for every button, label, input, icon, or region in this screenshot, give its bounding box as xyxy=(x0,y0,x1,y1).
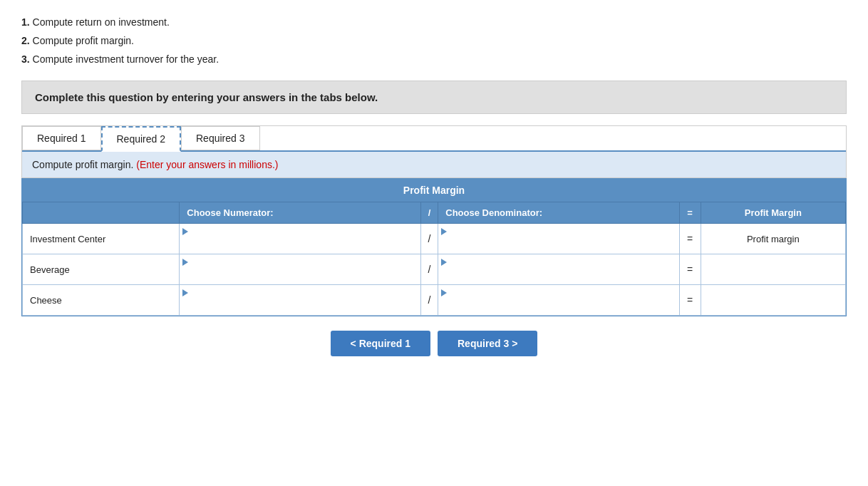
slash-2: / xyxy=(420,254,438,285)
col-header-result: Profit Margin xyxy=(701,202,845,224)
numerator-cell-cheese[interactable] xyxy=(180,285,420,316)
instruction-1: 1. Compute return on investment. xyxy=(21,14,847,31)
denominator-input-beverage[interactable] xyxy=(441,267,676,283)
instruction-2: 2. Compute profit margin. xyxy=(21,33,847,50)
triangle-icon-6 xyxy=(441,289,447,296)
complete-banner: Complete this question by entering your … xyxy=(21,81,847,114)
col-header-numerator: Choose Numerator: xyxy=(180,202,420,224)
prev-button[interactable]: < Required 1 xyxy=(331,331,430,356)
denominator-cell-beverage[interactable] xyxy=(438,254,679,285)
col-header-denominator: Choose Denominator: xyxy=(438,202,679,224)
table-row: Investment Center / = Profit margin xyxy=(23,224,846,254)
banner-text: Complete this question by entering your … xyxy=(35,91,378,103)
col-header-slash: / xyxy=(420,202,438,224)
row-label-beverage: Beverage xyxy=(23,254,180,285)
triangle-icon-2 xyxy=(441,228,447,235)
denominator-input-investment[interactable] xyxy=(441,236,676,252)
tab-required-2[interactable]: Required 2 xyxy=(101,126,182,152)
tab-required-3[interactable]: Required 3 xyxy=(181,126,260,150)
tab-content-area: Compute profit margin. (Enter your answe… xyxy=(22,152,846,177)
numerator-cell-investment[interactable] xyxy=(180,224,420,254)
result-cheese xyxy=(701,285,845,316)
next-button[interactable]: Required 3 > xyxy=(438,331,537,356)
slash-1: / xyxy=(420,224,438,254)
profit-margin-table-wrapper: Profit Margin Choose Numerator: / Choose… xyxy=(21,178,847,316)
tab-static-text: Compute profit margin. xyxy=(32,159,133,170)
numerator-input-investment[interactable] xyxy=(182,236,417,252)
denominator-cell-investment[interactable] xyxy=(438,224,679,254)
instructions-section: 1. Compute return on investment. 2. Comp… xyxy=(21,14,847,68)
triangle-icon-3 xyxy=(182,259,188,266)
equals-3: = xyxy=(679,285,701,316)
denominator-cell-cheese[interactable] xyxy=(438,285,679,316)
numerator-input-beverage[interactable] xyxy=(182,267,417,283)
table-row: Beverage / = xyxy=(23,254,846,285)
numerator-input-cheese[interactable] xyxy=(182,297,417,314)
tabs-row: Required 1 Required 2 Required 3 xyxy=(22,126,846,152)
row-label-investment-center: Investment Center xyxy=(23,224,180,254)
nav-buttons: < Required 1 Required 3 > xyxy=(21,331,847,356)
triangle-icon-1 xyxy=(182,228,188,235)
triangle-icon-5 xyxy=(182,289,188,296)
tabs-container: Required 1 Required 2 Required 3 Compute… xyxy=(21,125,847,178)
row-label-cheese: Cheese xyxy=(23,285,180,316)
numerator-cell-beverage[interactable] xyxy=(180,254,420,285)
instruction-3: 3. Compute investment turnover for the y… xyxy=(21,51,847,68)
profit-margin-table: Choose Numerator: / Choose Denominator: … xyxy=(22,202,846,316)
col-header-equals: = xyxy=(679,202,701,224)
result-investment: Profit margin xyxy=(701,224,845,254)
denominator-input-cheese[interactable] xyxy=(441,297,676,314)
slash-3: / xyxy=(420,285,438,316)
tab-note-text: (Enter your answers in millions.) xyxy=(136,159,278,170)
result-beverage xyxy=(701,254,845,285)
triangle-icon-4 xyxy=(441,259,447,266)
equals-1: = xyxy=(679,224,701,254)
col-header-empty xyxy=(23,202,180,224)
table-title: Profit Margin xyxy=(22,179,846,202)
tab-required-1[interactable]: Required 1 xyxy=(22,126,101,150)
equals-2: = xyxy=(679,254,701,285)
table-row: Cheese / = xyxy=(23,285,846,316)
